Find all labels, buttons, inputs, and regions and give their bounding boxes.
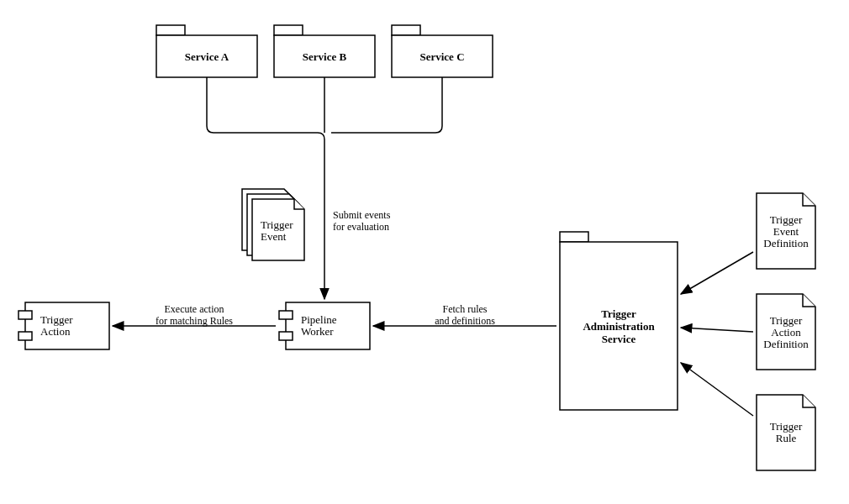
service-b-folder: Service B (274, 25, 375, 77)
action-def-label-1: Trigger (770, 314, 803, 327)
action-def-to-admin-edge (681, 328, 753, 332)
trigger-action-label-2: Action (40, 325, 71, 338)
action-definition-document: Trigger Action Definition (757, 294, 815, 370)
event-def-label-1: Trigger (770, 213, 803, 226)
pipeline-worker-label-2: Worker (301, 325, 334, 338)
svg-rect-5 (392, 25, 420, 35)
trigger-action-label-1: Trigger (40, 313, 73, 326)
fetch-label-1: Fetch rules (443, 303, 488, 315)
trigger-action-component: Trigger Action (18, 302, 109, 349)
svg-rect-8 (279, 311, 293, 319)
rule-to-admin-edge (681, 363, 753, 416)
svg-rect-1 (156, 25, 185, 35)
execute-label-2: for matching Rules (156, 315, 233, 327)
event-def-to-admin-edge (681, 252, 753, 294)
action-def-label-3: Definition (763, 338, 809, 350)
trigger-event-document: Trigger Event (242, 189, 304, 260)
service-c-folder: Service C (392, 25, 493, 77)
svg-rect-9 (279, 332, 293, 340)
admin-service-label-1: Trigger (601, 307, 636, 320)
service-b-label: Service B (303, 50, 347, 63)
pipeline-worker-label-1: Pipeline (301, 313, 337, 326)
architecture-diagram: Service A Service B Service C Trigger Ev… (0, 0, 849, 504)
trigger-event-label-1: Trigger (261, 218, 293, 231)
event-def-label-3: Definition (763, 237, 809, 249)
worker-to-action-edge: Execute action for matching Rules (113, 303, 276, 327)
service-a-folder: Service A (156, 25, 257, 77)
pipeline-worker-component: Pipeline Worker (279, 302, 370, 349)
admin-service-folder: Trigger Administration Service (560, 232, 678, 410)
services-to-worker-edge: Submit events for evaluation (207, 77, 442, 299)
svg-rect-3 (274, 25, 303, 35)
admin-to-worker-edge: Fetch rules and definitions (373, 303, 556, 327)
svg-rect-12 (18, 332, 32, 340)
fetch-label-2: and definitions (435, 315, 495, 327)
service-c-label: Service C (419, 50, 464, 63)
event-definition-document: Trigger Event Definition (757, 193, 815, 269)
execute-label-1: Execute action (165, 303, 224, 315)
admin-service-label-3: Service (602, 333, 636, 345)
rule-label-1: Trigger (770, 420, 803, 433)
action-def-label-2: Action (771, 326, 801, 339)
submit-label-1: Submit events (333, 209, 391, 221)
service-a-label: Service A (185, 50, 229, 63)
svg-rect-11 (18, 311, 32, 319)
rule-label-2: Rule (776, 432, 797, 444)
svg-rect-13 (560, 232, 588, 242)
trigger-event-label-2: Event (261, 230, 287, 243)
admin-service-label-2: Administration (583, 320, 655, 333)
submit-label-2: for evaluation (333, 221, 389, 233)
event-def-label-2: Event (773, 225, 799, 238)
trigger-rule-document: Trigger Rule (757, 395, 815, 470)
